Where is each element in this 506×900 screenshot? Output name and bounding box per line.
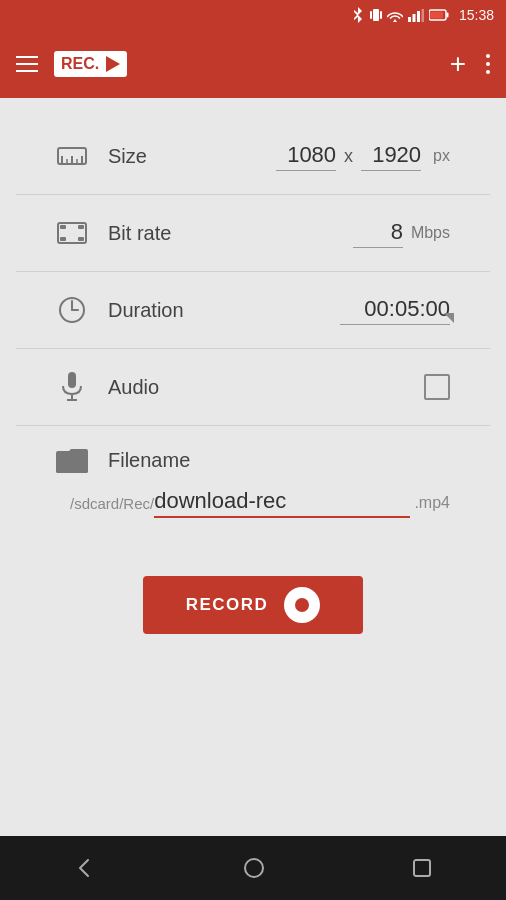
size-icon [56, 140, 88, 172]
bitrate-value-container: Mbps [353, 219, 450, 248]
svg-rect-24 [68, 372, 76, 388]
duration-value-container [340, 296, 450, 325]
duration-label: Duration [108, 299, 340, 322]
nav-bar [0, 836, 506, 900]
filename-section: Filename /sdcard/Rec/ .mp4 [0, 426, 506, 526]
wifi-icon [387, 9, 403, 22]
svg-rect-29 [414, 860, 430, 876]
svg-rect-0 [373, 9, 379, 21]
record-button-label: RECORD [186, 595, 269, 615]
svg-rect-8 [430, 12, 443, 19]
bitrate-input[interactable] [353, 219, 403, 248]
filename-folder-icon [56, 444, 88, 476]
bitrate-setting-row: Bit rate Mbps [0, 195, 506, 271]
size-height-input[interactable] [361, 142, 421, 171]
status-time: 15:38 [459, 7, 494, 23]
app-logo: REC. [54, 51, 127, 77]
svg-rect-18 [78, 225, 84, 229]
size-setting-row: Size x px [0, 118, 506, 194]
svg-rect-9 [446, 13, 448, 18]
audio-setting-row: Audio [0, 349, 506, 425]
bitrate-icon [56, 217, 88, 249]
app-bar: REC. + [0, 30, 506, 98]
app-logo-text: REC. [61, 55, 99, 73]
back-button[interactable] [54, 847, 116, 889]
add-button[interactable]: + [450, 48, 466, 80]
size-unit: px [433, 147, 450, 165]
svg-rect-3 [408, 17, 411, 22]
home-button[interactable] [223, 847, 285, 889]
record-button[interactable]: RECORD [143, 576, 363, 634]
status-bar: 15:38 [0, 0, 506, 30]
main-content: Size x px Bit rate Mbps [0, 98, 506, 684]
svg-rect-5 [417, 11, 420, 22]
status-icons [351, 7, 449, 23]
size-width-input[interactable] [276, 142, 336, 171]
svg-rect-20 [78, 237, 84, 241]
filename-path: /sdcard/Rec/ [70, 495, 154, 512]
record-button-container: RECORD [0, 526, 506, 664]
size-separator: x [344, 146, 353, 167]
audio-checkbox[interactable] [424, 374, 450, 400]
audio-label: Audio [108, 376, 424, 399]
duration-setting-row: Duration [0, 272, 506, 348]
size-inputs: x px [276, 142, 450, 171]
filename-extension: .mp4 [414, 494, 450, 512]
app-bar-left: REC. [16, 51, 127, 77]
svg-rect-17 [60, 225, 66, 229]
signal-icon [408, 9, 424, 22]
svg-rect-4 [412, 14, 415, 22]
play-triangle-icon [106, 56, 120, 72]
filename-input-row: /sdcard/Rec/ .mp4 [56, 488, 450, 518]
record-circle-inner [295, 598, 309, 612]
duration-icon [56, 294, 88, 326]
svg-rect-19 [60, 237, 66, 241]
svg-rect-2 [380, 11, 382, 19]
size-label: Size [108, 145, 276, 168]
svg-rect-1 [370, 11, 372, 19]
bluetooth-icon [351, 7, 365, 23]
svg-rect-27 [56, 455, 88, 473]
battery-icon [429, 9, 449, 21]
menu-button[interactable] [16, 56, 38, 72]
record-circle-icon [284, 587, 320, 623]
bitrate-label: Bit rate [108, 222, 353, 245]
duration-dropdown-arrow [444, 313, 454, 323]
duration-input[interactable] [340, 296, 450, 325]
svg-point-28 [245, 859, 263, 877]
filename-label: Filename [108, 449, 190, 472]
filename-header: Filename [56, 444, 450, 476]
bitrate-unit: Mbps [411, 224, 450, 242]
audio-icon [56, 371, 88, 403]
app-bar-right: + [450, 48, 490, 80]
recents-button[interactable] [392, 848, 452, 888]
vibrate-icon [370, 7, 382, 23]
svg-rect-6 [421, 9, 424, 22]
more-menu-button[interactable] [486, 54, 490, 74]
filename-input[interactable] [154, 488, 410, 518]
